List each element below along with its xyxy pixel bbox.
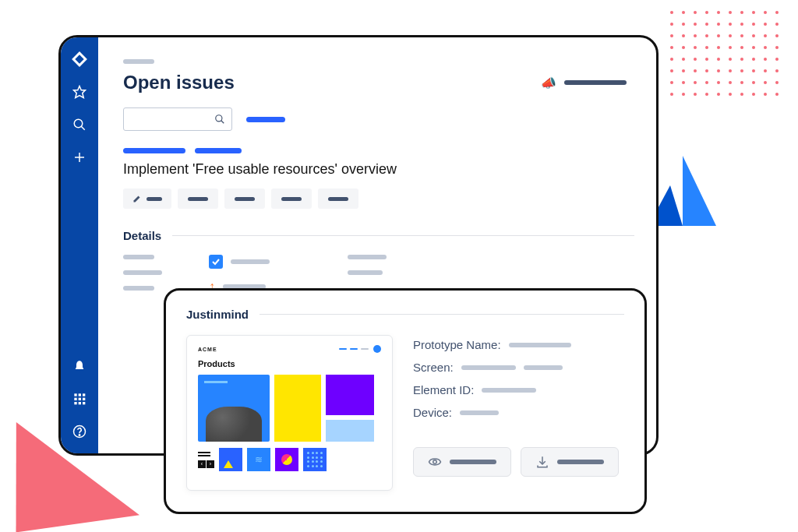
detail-label-placeholder [123, 255, 154, 259]
preview-thumb-3[interactable] [275, 448, 298, 471]
prototype-name-value-placeholder [509, 343, 571, 347]
search-icon[interactable] [72, 117, 87, 132]
svg-point-3 [74, 119, 83, 128]
detail-value-placeholder [231, 259, 270, 264]
preview-thumb-4[interactable] [303, 448, 327, 471]
prototype-preview[interactable]: ACME Products ‹› [186, 335, 393, 491]
svg-marker-2 [74, 86, 86, 98]
apps-icon[interactable] [72, 391, 87, 407]
preview-tile-hero [198, 375, 270, 442]
prototype-name-label: Prototype Name: [413, 338, 501, 351]
action-button-5[interactable] [318, 188, 358, 209]
svg-rect-14 [79, 402, 81, 404]
announcement[interactable]: 📣 [541, 76, 627, 90]
svg-rect-12 [83, 398, 85, 400]
detail-label-placeholder [348, 270, 383, 275]
detail-label-placeholder [348, 255, 387, 259]
filter-label-placeholder[interactable] [246, 117, 285, 122]
view-button[interactable] [413, 447, 511, 477]
issue-actions-toolbar [123, 188, 634, 209]
preview-thumb-1[interactable] [219, 448, 242, 471]
prototype-metadata: Prototype Name: Screen: Element ID: Devi… [413, 335, 624, 491]
svg-point-18 [216, 115, 222, 122]
svg-line-4 [81, 126, 85, 130]
view-label-placeholder [450, 460, 496, 464]
task-type-icon [209, 255, 223, 269]
download-button[interactable] [521, 447, 619, 477]
action-button-4[interactable] [271, 188, 312, 209]
preview-title: Products [198, 359, 381, 368]
edit-label-placeholder [147, 197, 162, 201]
device-value-placeholder [460, 410, 499, 415]
svg-rect-15 [83, 402, 85, 404]
preview-tile-lightblue [326, 420, 374, 442]
svg-rect-11 [79, 398, 81, 400]
app-logo-icon[interactable] [72, 51, 87, 67]
project-tag-placeholder[interactable] [123, 148, 185, 153]
element-id-value-placeholder [482, 388, 536, 393]
svg-rect-9 [83, 393, 85, 396]
svg-point-17 [79, 435, 80, 436]
preview-logo-text: ACME [198, 347, 217, 352]
preview-thumb-2[interactable] [247, 448, 270, 471]
svg-rect-10 [74, 398, 76, 400]
details-section-header: Details [123, 229, 634, 242]
svg-line-19 [221, 121, 224, 124]
breadcrumb [123, 59, 154, 64]
search-input[interactable] [123, 107, 232, 131]
preview-thumbnails: ‹› [198, 448, 381, 471]
pencil-icon [132, 194, 142, 203]
device-label: Device: [413, 406, 452, 419]
preview-tile-purple [326, 375, 374, 415]
megaphone-icon: 📣 [541, 76, 556, 90]
svg-rect-7 [74, 393, 76, 396]
announcement-text-placeholder [564, 80, 627, 85]
svg-rect-13 [74, 402, 76, 404]
action-button-3[interactable] [224, 188, 265, 209]
add-icon[interactable] [72, 150, 87, 165]
svg-rect-8 [79, 393, 81, 396]
download-label-placeholder [557, 460, 604, 464]
issue-key-placeholder[interactable] [195, 148, 242, 153]
global-sidebar [61, 37, 98, 453]
justinmind-card: Justinmind ACME Products [164, 288, 647, 514]
action-button-2[interactable] [178, 188, 218, 209]
issue-title: Implement 'Free usable resources' overvi… [123, 161, 634, 178]
detail-label-placeholder [123, 270, 162, 275]
edit-button[interactable] [123, 188, 171, 209]
preview-nav[interactable]: ‹› [198, 452, 214, 468]
star-icon[interactable] [72, 84, 87, 100]
notification-icon[interactable] [72, 358, 87, 374]
search-icon [214, 114, 225, 125]
screen-label: Screen: [413, 361, 454, 374]
preview-tile-yellow [274, 375, 321, 442]
help-icon[interactable] [72, 424, 87, 439]
preview-grid [198, 375, 381, 442]
decorative-dot-grid [666, 6, 782, 100]
screen-value-placeholder-2 [524, 365, 563, 370]
eye-icon [428, 455, 442, 469]
detail-label-placeholder [123, 286, 154, 291]
download-icon [535, 455, 549, 469]
justinmind-section-header: Justinmind [186, 308, 624, 321]
element-id-label: Element ID: [413, 383, 474, 396]
svg-point-20 [433, 460, 437, 464]
screen-value-placeholder [461, 365, 516, 370]
page-title: Open issues [123, 72, 235, 93]
